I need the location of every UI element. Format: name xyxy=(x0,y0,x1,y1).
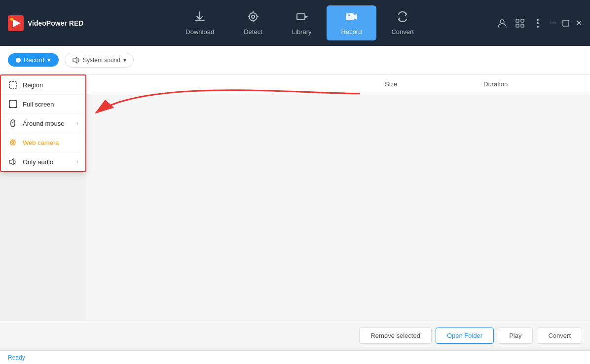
main-panel: Size Duration xyxy=(86,74,590,321)
more-icon[interactable] xyxy=(532,17,544,29)
status-text: Ready xyxy=(8,354,25,361)
bottom-bar: Remove selected Open Folder Play Convert xyxy=(0,321,590,350)
user-icon[interactable] xyxy=(496,17,508,29)
speaker-icon xyxy=(72,56,80,64)
svg-marker-23 xyxy=(73,57,77,63)
svg-rect-9 xyxy=(297,14,305,20)
app-title: VideoPower RED xyxy=(28,19,83,27)
fullscreen-icon xyxy=(8,100,18,109)
menu-item-around-mouse[interactable]: Around mouse › xyxy=(1,114,85,133)
menu-item-only-audio[interactable]: Only audio › xyxy=(1,152,85,171)
grid-icon[interactable] xyxy=(514,17,526,29)
tab-library[interactable]: Library xyxy=(277,5,327,40)
audio-icon xyxy=(8,157,18,166)
svg-point-3 xyxy=(249,13,257,21)
menu-item-webcam-label: Web camera xyxy=(23,139,59,146)
svg-point-2 xyxy=(10,18,13,21)
tab-library-label: Library xyxy=(292,28,312,36)
convert-icon xyxy=(396,10,409,25)
only-audio-arrow: › xyxy=(76,158,78,165)
empty-content-area xyxy=(86,94,590,321)
svg-marker-10 xyxy=(305,15,308,18)
svg-point-13 xyxy=(348,14,350,16)
record-button[interactable]: Record ▾ xyxy=(8,53,59,67)
open-folder-button[interactable]: Open Folder xyxy=(436,328,494,344)
tab-detect-label: Detect xyxy=(244,28,262,36)
col-size-header: Size xyxy=(385,80,483,88)
svg-point-20 xyxy=(537,22,539,24)
col-duration-header: Duration xyxy=(483,80,582,88)
maximize-button[interactable] xyxy=(562,20,569,27)
tab-download[interactable]: Download xyxy=(171,5,229,40)
tab-convert-label: Convert xyxy=(391,28,414,36)
svg-rect-15 xyxy=(516,19,519,22)
minimize-button[interactable]: ─ xyxy=(550,20,556,27)
svg-point-29 xyxy=(12,142,14,144)
svg-point-14 xyxy=(500,20,504,24)
app-logo: VideoPower RED xyxy=(8,15,83,31)
record-dropdown-arrow: ▾ xyxy=(47,56,51,64)
sound-dropdown-arrow: ▾ xyxy=(123,57,126,64)
svg-point-4 xyxy=(252,15,255,18)
table-header: Size Duration xyxy=(86,74,590,94)
svg-rect-22 xyxy=(563,20,569,26)
system-sound-label: System sound xyxy=(83,57,120,64)
detect-icon xyxy=(247,10,259,25)
app-logo-icon xyxy=(8,15,24,31)
record-button-label: Record xyxy=(24,56,44,64)
svg-rect-18 xyxy=(521,24,524,27)
webcam-icon xyxy=(8,138,18,147)
svg-rect-25 xyxy=(9,101,16,108)
titlebar: VideoPower RED Download xyxy=(0,0,590,46)
system-sound-button[interactable]: System sound ▾ xyxy=(65,53,134,68)
menu-item-region-label: Region xyxy=(23,81,43,89)
record-dropdown-menu: Region Full screen xyxy=(0,74,86,172)
play-button[interactable]: Play xyxy=(498,328,533,344)
menu-item-fullscreen[interactable]: Full screen xyxy=(1,95,85,114)
svg-rect-17 xyxy=(516,24,519,27)
remove-selected-button[interactable]: Remove selected xyxy=(359,328,431,344)
content-area: Region Full screen xyxy=(0,74,590,321)
tab-detect[interactable]: Detect xyxy=(229,5,277,40)
toolbar: Record ▾ System sound ▾ xyxy=(0,46,590,74)
svg-point-28 xyxy=(10,140,15,145)
tab-record-label: Record xyxy=(341,28,362,36)
record-dot xyxy=(16,58,21,63)
library-icon xyxy=(295,10,308,25)
svg-marker-31 xyxy=(9,159,13,165)
tab-record[interactable]: Record xyxy=(327,5,377,40)
svg-point-19 xyxy=(537,19,539,21)
around-mouse-arrow: › xyxy=(76,120,78,127)
svg-rect-24 xyxy=(9,81,16,88)
svg-marker-12 xyxy=(354,14,357,20)
around-mouse-icon xyxy=(8,119,18,128)
tab-download-label: Download xyxy=(185,28,214,36)
menu-item-region[interactable]: Region xyxy=(1,75,85,95)
menu-item-only-audio-label: Only audio xyxy=(23,158,53,166)
svg-rect-16 xyxy=(521,19,524,22)
svg-rect-11 xyxy=(346,13,354,20)
svg-point-21 xyxy=(537,26,539,28)
record-icon xyxy=(345,10,358,25)
menu-item-webcam[interactable]: Web camera xyxy=(1,133,85,152)
download-icon xyxy=(193,10,206,25)
menu-item-around-mouse-label: Around mouse xyxy=(23,120,65,127)
region-icon xyxy=(8,80,18,89)
statusbar: Ready xyxy=(0,350,590,364)
convert-button[interactable]: Convert xyxy=(537,328,582,344)
tab-convert[interactable]: Convert xyxy=(376,5,429,40)
close-button[interactable]: ✕ xyxy=(575,20,582,27)
titlebar-controls: ─ ✕ xyxy=(496,17,582,29)
menu-item-fullscreen-label: Full screen xyxy=(23,101,54,108)
nav-tabs: Download Detect xyxy=(103,5,496,40)
